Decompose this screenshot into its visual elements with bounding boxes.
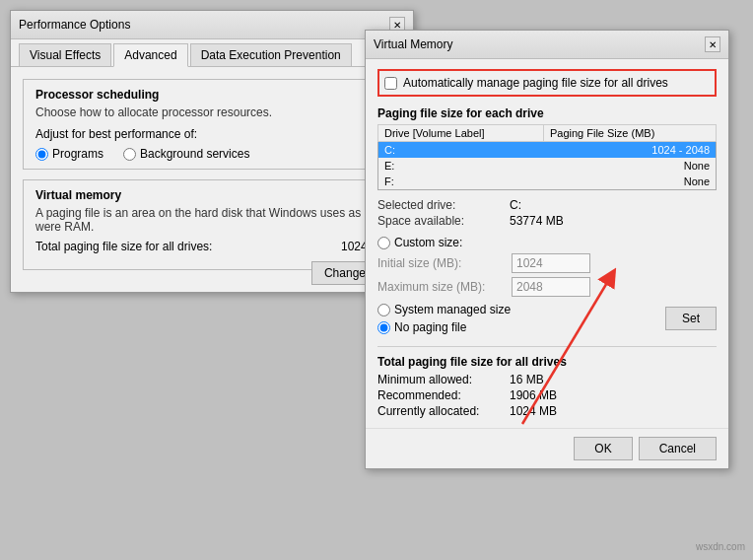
space-available-label: Space available: bbox=[377, 214, 506, 228]
max-size-input[interactable] bbox=[512, 277, 590, 297]
vm-button-row: OK Cancel bbox=[366, 428, 728, 468]
radio-programs-label: Programs bbox=[52, 147, 103, 161]
vm-titlebar: Virtual Memory ✕ bbox=[366, 31, 728, 59]
paging-section-label: Paging file size for each drive bbox=[377, 106, 717, 120]
initial-size-label: Initial size (MB): bbox=[377, 256, 506, 270]
set-button[interactable]: Set bbox=[665, 307, 717, 330]
processor-desc: Choose how to allocate processor resourc… bbox=[35, 105, 388, 119]
vm-section: Virtual memory A paging file is an area … bbox=[23, 179, 401, 270]
vm-desc: A paging file is an area on the hard dis… bbox=[35, 206, 388, 234]
radio-programs-input[interactable] bbox=[35, 148, 48, 161]
selected-drive-label: Selected drive: bbox=[377, 198, 506, 212]
perf-titlebar: Performance Options ✕ bbox=[11, 11, 413, 39]
drive-cell: C: bbox=[378, 142, 544, 159]
perf-title: Performance Options bbox=[19, 18, 130, 32]
total-section: Total paging file size for all drives Mi… bbox=[377, 346, 717, 418]
drive-table: Drive [Volume Label] Paging File Size (M… bbox=[377, 124, 717, 190]
tab-advanced[interactable]: Advanced bbox=[113, 43, 187, 67]
custom-size-label: Custom size: bbox=[394, 236, 462, 249]
auto-manage-checkbox[interactable] bbox=[384, 77, 397, 90]
perf-tab-bar: Visual Effects Advanced Data Execution P… bbox=[11, 39, 413, 67]
table-row[interactable]: F: None bbox=[378, 174, 717, 190]
vm-body: Automatically manage paging file size fo… bbox=[366, 59, 728, 428]
size-cell: None bbox=[543, 158, 716, 174]
max-size-row: Maximum size (MB): bbox=[377, 277, 717, 297]
size-cell: 1024 - 2048 bbox=[543, 142, 716, 159]
ok-button[interactable]: OK bbox=[574, 437, 632, 460]
vm-total-label: Total paging file size for all drives: bbox=[35, 240, 212, 253]
cancel-button[interactable]: Cancel bbox=[639, 437, 717, 460]
vm-total-row: Total paging file size for all drives: 1… bbox=[35, 240, 388, 253]
vm-section-label: Virtual memory bbox=[35, 188, 388, 202]
currently-allocated-label: Currently allocated: bbox=[377, 404, 506, 418]
adjust-label: Adjust for best performance of: bbox=[35, 127, 388, 141]
table-row[interactable]: E: None bbox=[378, 158, 717, 174]
perf-body: Processor scheduling Choose how to alloc… bbox=[11, 67, 413, 292]
selected-drive-value: C: bbox=[510, 198, 717, 212]
table-row[interactable]: C: 1024 - 2048 bbox=[378, 142, 717, 159]
vm-close-button[interactable]: ✕ bbox=[705, 36, 720, 52]
auto-manage-row: Automatically manage paging file size fo… bbox=[377, 69, 717, 97]
watermark: wsxdn.com bbox=[696, 541, 745, 552]
custom-size-option[interactable]: Custom size: bbox=[377, 236, 717, 249]
no-paging-label: No paging file bbox=[394, 320, 466, 334]
min-allowed-value: 16 MB bbox=[510, 373, 717, 386]
recommended-label: Recommended: bbox=[377, 388, 506, 402]
space-available-value: 53774 MB bbox=[510, 214, 717, 228]
size-col-header: Paging File Size (MB) bbox=[543, 125, 716, 142]
drive-col-header: Drive [Volume Label] bbox=[378, 125, 544, 142]
min-allowed-label: Minimum allowed: bbox=[377, 373, 506, 386]
size-section: Custom size: Initial size (MB): Maximum … bbox=[377, 236, 717, 338]
auto-manage-label: Automatically manage paging file size fo… bbox=[403, 76, 668, 90]
total-grid: Minimum allowed: 16 MB Recommended: 1906… bbox=[377, 373, 717, 418]
radio-background-input[interactable] bbox=[123, 148, 136, 161]
virtual-memory-window: Virtual Memory ✕ Automatically manage pa… bbox=[365, 30, 729, 469]
performance-options-window: Performance Options ✕ Visual Effects Adv… bbox=[10, 10, 414, 293]
tab-dep[interactable]: Data Execution Prevention bbox=[190, 43, 352, 66]
system-managed-label: System managed size bbox=[394, 303, 511, 316]
initial-size-row: Initial size (MB): bbox=[377, 253, 717, 273]
processor-section-label: Processor scheduling bbox=[35, 88, 388, 102]
processor-radio-group: Programs Background services bbox=[35, 147, 388, 161]
size-type-options: System managed size No paging file bbox=[377, 303, 511, 338]
system-managed-option[interactable]: System managed size bbox=[377, 303, 511, 316]
radio-background[interactable]: Background services bbox=[123, 147, 249, 161]
radio-programs[interactable]: Programs bbox=[35, 147, 103, 161]
size-cell: None bbox=[543, 174, 716, 190]
vm-title: Virtual Memory bbox=[374, 37, 452, 51]
processor-section: Processor scheduling Choose how to alloc… bbox=[23, 79, 401, 170]
custom-size-radio[interactable] bbox=[377, 237, 390, 249]
system-managed-radio[interactable] bbox=[377, 304, 390, 316]
total-section-title: Total paging file size for all drives bbox=[377, 355, 717, 369]
drive-cell: F: bbox=[378, 174, 544, 190]
drive-cell: E: bbox=[378, 158, 544, 174]
radio-background-label: Background services bbox=[140, 147, 249, 161]
max-size-label: Maximum size (MB): bbox=[377, 280, 506, 294]
recommended-value: 1906 MB bbox=[510, 388, 717, 402]
no-paging-option[interactable]: No paging file bbox=[377, 320, 511, 334]
no-paging-radio[interactable] bbox=[377, 321, 390, 334]
initial-size-input[interactable] bbox=[512, 253, 590, 273]
tab-visual-effects[interactable]: Visual Effects bbox=[19, 43, 111, 66]
selected-drive-info: Selected drive: C: Space available: 5377… bbox=[377, 198, 717, 228]
currently-allocated-value: 1024 MB bbox=[510, 404, 717, 418]
